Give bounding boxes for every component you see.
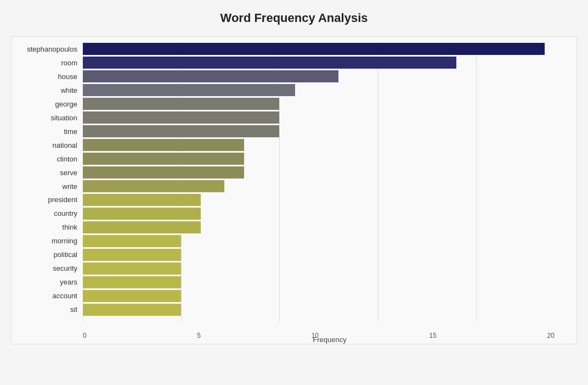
bar-track <box>83 194 555 206</box>
bar-label: national <box>17 141 83 149</box>
x-tick: 20 <box>547 332 555 339</box>
bar-track <box>83 43 555 55</box>
bar-label: time <box>17 127 83 136</box>
bar-row: house <box>17 70 555 83</box>
bar-label: sit <box>17 305 83 314</box>
bar-fill <box>83 180 224 192</box>
x-tick: 0 <box>83 332 87 339</box>
bar-fill <box>83 84 295 96</box>
x-tick: 5 <box>197 332 201 339</box>
bar-row: security <box>17 261 555 275</box>
bar-track <box>83 84 555 96</box>
bar-track <box>83 98 555 110</box>
bar-row: stephanopoulos <box>17 42 555 56</box>
chart-container: Word Frequency Analysis stephanopoulosro… <box>0 0 588 385</box>
bar-track <box>83 180 555 192</box>
bar-label: george <box>17 100 83 108</box>
bar-row: situation <box>17 111 555 125</box>
bar-label: morning <box>17 237 83 245</box>
bar-fill <box>83 304 181 316</box>
bar-row: write <box>17 180 555 193</box>
x-tick: 15 <box>429 332 437 339</box>
bar-label: account <box>17 292 83 300</box>
bar-track <box>83 276 555 288</box>
bar-label: write <box>17 182 83 191</box>
bar-label: years <box>17 278 83 286</box>
bar-fill <box>83 235 181 247</box>
bar-row: political <box>17 248 555 261</box>
bar-row: account <box>17 289 555 303</box>
bar-row: country <box>17 207 555 220</box>
bar-row: serve <box>17 166 555 180</box>
bar-track <box>83 125 555 137</box>
bar-label: president <box>17 196 83 204</box>
bar-track <box>83 249 555 261</box>
bar-row: sit <box>17 303 555 316</box>
bar-track <box>83 111 555 124</box>
bar-fill <box>83 111 279 124</box>
bar-fill <box>83 249 181 261</box>
bar-fill <box>83 221 201 233</box>
bar-fill <box>83 263 181 275</box>
bar-row: room <box>17 56 555 70</box>
bar-label: room <box>17 59 83 67</box>
bar-fill <box>83 139 244 151</box>
bar-row: clinton <box>17 152 555 166</box>
bar-label: security <box>17 264 83 272</box>
bar-row: george <box>17 97 555 111</box>
bar-fill <box>83 194 201 206</box>
bar-fill <box>83 153 244 165</box>
bar-row: years <box>17 275 555 289</box>
x-tick: 10 <box>312 332 319 339</box>
bar-fill <box>83 70 338 82</box>
bar-track <box>83 166 555 178</box>
bar-row: national <box>17 138 555 152</box>
bar-row: morning <box>17 234 555 248</box>
bar-fill <box>83 98 279 110</box>
bar-fill <box>83 125 279 137</box>
bar-label: serve <box>17 169 83 177</box>
bar-track <box>83 263 555 275</box>
bar-track <box>83 208 555 220</box>
bar-label: think <box>17 223 83 231</box>
bar-track <box>83 153 555 165</box>
bar-label: country <box>17 209 83 217</box>
bar-label: white <box>17 86 83 94</box>
bar-row: president <box>17 193 555 207</box>
bar-row: time <box>17 125 555 138</box>
x-axis: 05101520 <box>83 332 555 339</box>
bar-track <box>83 221 555 233</box>
bar-label: house <box>17 72 83 81</box>
bar-track <box>83 304 555 316</box>
bar-fill <box>83 57 456 69</box>
bar-fill <box>83 166 244 178</box>
bar-track <box>83 57 555 69</box>
chart-title: Word Frequency Analysis <box>11 11 577 25</box>
bar-fill <box>83 290 181 302</box>
bar-fill <box>83 43 545 55</box>
bar-track <box>83 139 555 151</box>
bar-label: situation <box>17 114 83 122</box>
bar-label: political <box>17 250 83 259</box>
bar-row: white <box>17 83 555 97</box>
bar-label: clinton <box>17 155 83 163</box>
bar-row: think <box>17 220 555 234</box>
bar-fill <box>83 276 181 288</box>
bar-fill <box>83 208 201 220</box>
bar-label: stephanopoulos <box>17 45 83 53</box>
bar-track <box>83 290 555 302</box>
chart-area: stephanopoulosroomhousewhitegeorgesituat… <box>11 36 577 344</box>
bar-track <box>83 70 555 82</box>
bar-track <box>83 235 555 247</box>
